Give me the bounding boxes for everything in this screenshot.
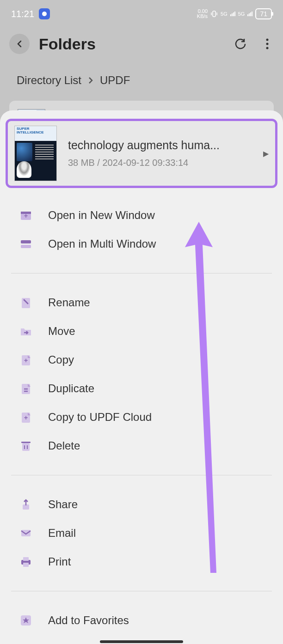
divider <box>11 475 272 475</box>
chevron-right-icon: ▶ <box>263 149 269 158</box>
menu-share[interactable]: Share <box>0 490 283 519</box>
menu-label: Move <box>48 325 75 338</box>
menu-label: Copy <box>48 353 74 366</box>
app-indicator-icon <box>39 8 50 19</box>
file-meta: 38 MB / 2024-09-12 09:33:14 <box>68 158 252 168</box>
breadcrumb: Directory List UPDF <box>0 60 283 96</box>
battery-indicator: 71 <box>255 8 272 19</box>
menu-label: Add to Favorites <box>48 614 129 627</box>
move-icon <box>18 324 33 339</box>
menu-move[interactable]: Move <box>0 317 283 346</box>
refresh-button[interactable] <box>234 37 247 50</box>
menu-label: Email <box>48 527 76 540</box>
svg-text:+: + <box>24 212 28 219</box>
context-menu-sheet: SUPERINTELLIGENCE technology augments hu… <box>0 110 283 644</box>
selected-file-row[interactable]: SUPERINTELLIGENCE technology augments hu… <box>6 119 277 188</box>
svg-text:+: + <box>24 357 28 364</box>
divider <box>11 273 272 273</box>
svg-rect-28 <box>23 563 29 567</box>
back-button[interactable] <box>9 34 30 54</box>
favorite-icon <box>18 613 33 628</box>
duplicate-icon <box>18 381 33 396</box>
network-type-2: 5G <box>238 11 245 17</box>
new-window-icon: + <box>18 208 33 223</box>
svg-rect-25 <box>21 530 31 536</box>
menu-label: Print <box>48 555 71 568</box>
menu-label: Share <box>48 498 78 511</box>
svg-text:+: + <box>24 414 28 421</box>
chevron-right-icon <box>88 76 93 85</box>
signal-icon-1 <box>230 12 235 16</box>
svg-rect-11 <box>21 245 31 248</box>
print-icon <box>18 554 33 569</box>
svg-rect-1 <box>213 11 215 17</box>
breadcrumb-item-1[interactable]: Directory List <box>17 74 81 87</box>
svg-point-4 <box>266 39 269 41</box>
svg-rect-10 <box>21 240 31 243</box>
menu-label: Rename <box>48 296 90 309</box>
svg-rect-21 <box>21 442 31 443</box>
status-time: 11:21 <box>11 9 34 19</box>
cloud-copy-icon: + <box>18 410 33 425</box>
menu-open-new-window[interactable]: + Open in New Window <box>0 201 283 230</box>
network-type-1: 5G <box>221 11 228 17</box>
back-icon <box>15 40 24 48</box>
menu-open-multi-window[interactable]: Open in Multi Window <box>0 230 283 258</box>
menu-label: Open in Multi Window <box>48 237 156 250</box>
signal-icon-2 <box>247 12 252 16</box>
nav-handle[interactable] <box>100 640 183 643</box>
menu-rename[interactable]: Rename <box>0 288 283 317</box>
file-name: technology augments huma... <box>68 139 252 152</box>
menu-email[interactable]: Email <box>0 519 283 547</box>
network-speed: 0.00 KB/s <box>197 9 208 19</box>
menu-copy-cloud[interactable]: + Copy to UPDF Cloud <box>0 403 283 431</box>
menu-label: Duplicate <box>48 382 94 395</box>
rename-icon <box>18 295 33 310</box>
menu-label: Copy to UPDF Cloud <box>48 411 152 424</box>
more-icon <box>265 37 269 50</box>
divider <box>11 591 272 591</box>
menu-label: Delete <box>48 439 80 452</box>
vibrate-icon <box>210 10 218 18</box>
share-icon <box>18 497 33 512</box>
svg-rect-12 <box>22 298 30 308</box>
menu-delete[interactable]: Delete <box>0 431 283 460</box>
more-button[interactable] <box>261 37 274 50</box>
file-thumbnail: SUPERINTELLIGENCE <box>14 126 57 181</box>
page-title: Folders <box>39 35 96 53</box>
menu-duplicate[interactable]: Duplicate <box>0 374 283 403</box>
svg-point-0 <box>42 12 47 16</box>
refresh-icon <box>234 37 247 50</box>
svg-point-6 <box>266 47 269 49</box>
multi-window-icon <box>18 237 33 251</box>
menu-copy[interactable]: + Copy <box>0 346 283 374</box>
menu-print[interactable]: Print <box>0 547 283 576</box>
menu-label: Open in New Window <box>48 209 155 222</box>
breadcrumb-item-2[interactable]: UPDF <box>100 74 130 87</box>
svg-point-5 <box>266 43 269 45</box>
status-bar: 11:21 0.00 KB/s 5G 5G 71 <box>0 0 283 28</box>
email-icon <box>18 526 33 541</box>
svg-rect-27 <box>23 557 29 561</box>
menu-add-favorites[interactable]: Add to Favorites <box>0 606 283 635</box>
copy-icon: + <box>18 352 33 367</box>
app-header: Folders <box>0 28 283 60</box>
delete-icon <box>18 438 33 453</box>
svg-rect-20 <box>22 443 30 451</box>
